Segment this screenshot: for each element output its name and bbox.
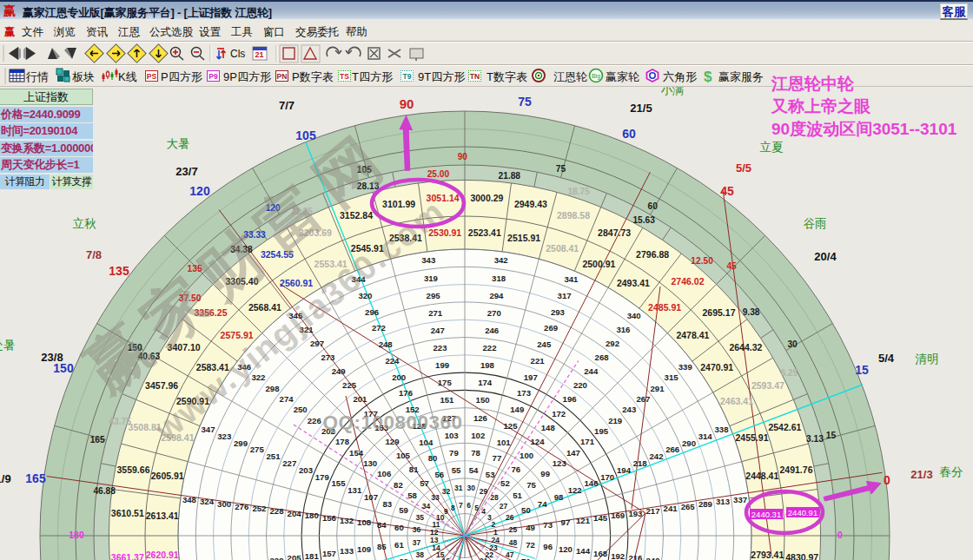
svg-text:36: 36 <box>413 525 421 534</box>
svg-text:处暑: 处暑 <box>0 339 16 352</box>
svg-text:120: 120 <box>189 184 210 198</box>
svg-text:229: 229 <box>269 556 283 560</box>
svg-text:144: 144 <box>576 546 591 556</box>
svg-text:296: 296 <box>365 307 379 317</box>
svg-text:101: 101 <box>497 438 512 447</box>
svg-text:220: 220 <box>573 380 587 390</box>
svg-text:2593.47: 2593.47 <box>751 380 784 391</box>
svg-text:2796.88: 2796.88 <box>636 249 669 260</box>
svg-text:316: 316 <box>616 325 630 334</box>
svg-text:75: 75 <box>518 95 532 109</box>
svg-text:241: 241 <box>664 504 678 513</box>
svg-text:34: 34 <box>422 502 431 511</box>
svg-text:2793.41: 2793.41 <box>751 550 784 560</box>
svg-text:250: 250 <box>294 405 308 414</box>
svg-text:243: 243 <box>622 405 636 414</box>
svg-text:105: 105 <box>396 451 411 460</box>
svg-text:221: 221 <box>531 356 546 366</box>
svg-text:春分: 春分 <box>940 465 963 478</box>
svg-text:102: 102 <box>471 431 485 440</box>
svg-text:193: 193 <box>628 509 642 518</box>
svg-text:180: 180 <box>305 511 319 520</box>
svg-text:2949.43: 2949.43 <box>514 199 547 209</box>
svg-text:289: 289 <box>698 499 712 509</box>
svg-text:176: 176 <box>399 388 413 398</box>
svg-text:立夏: 立夏 <box>760 141 784 154</box>
svg-text:131: 131 <box>348 485 362 495</box>
svg-text:6: 6 <box>467 501 471 510</box>
svg-text:清明: 清明 <box>916 352 939 366</box>
svg-text:79: 79 <box>449 448 459 458</box>
svg-text:21: 21 <box>255 50 264 59</box>
svg-text:7/8: 7/8 <box>86 248 102 261</box>
svg-text:90: 90 <box>400 96 414 111</box>
svg-text:219: 219 <box>608 416 622 425</box>
svg-text:251: 251 <box>266 451 281 461</box>
svg-text:148: 148 <box>541 423 556 432</box>
svg-text:108: 108 <box>357 517 372 527</box>
svg-text:15.63: 15.63 <box>632 215 655 225</box>
svg-text:5/4: 5/4 <box>878 352 895 365</box>
svg-text:242: 242 <box>649 451 663 461</box>
svg-text:173: 173 <box>517 388 531 398</box>
svg-text:107: 107 <box>364 492 378 502</box>
svg-text:122: 122 <box>568 485 582 495</box>
svg-text:195: 195 <box>594 426 609 436</box>
svg-text:319: 319 <box>424 273 438 283</box>
svg-text:21/5: 21/5 <box>630 102 652 115</box>
svg-text:192: 192 <box>611 551 625 560</box>
svg-text:31: 31 <box>454 484 463 492</box>
svg-text:174: 174 <box>478 378 493 387</box>
svg-text:75: 75 <box>556 164 566 174</box>
svg-text:181: 181 <box>305 551 320 560</box>
svg-text:291: 291 <box>650 384 665 393</box>
svg-text:2746.02: 2746.02 <box>672 276 705 287</box>
svg-text:347: 347 <box>201 425 215 434</box>
svg-text:179: 179 <box>315 472 329 482</box>
svg-text:199: 199 <box>435 360 449 370</box>
svg-text:58: 58 <box>407 491 417 500</box>
svg-text:226: 226 <box>308 416 321 425</box>
svg-text:295: 295 <box>427 291 441 300</box>
svg-text:337: 337 <box>733 495 747 504</box>
svg-text:292: 292 <box>606 339 619 348</box>
svg-text:293: 293 <box>551 307 565 317</box>
svg-text:299: 299 <box>234 438 248 448</box>
svg-text:15: 15 <box>826 431 837 440</box>
svg-text:45: 45 <box>720 184 734 198</box>
svg-text:谷雨: 谷雨 <box>804 217 827 230</box>
svg-text:30: 30 <box>787 339 798 349</box>
svg-text:271: 271 <box>428 308 443 318</box>
svg-text:0: 0 <box>837 530 843 540</box>
svg-text:2613.41: 2613.41 <box>146 511 179 521</box>
svg-text:83: 83 <box>382 499 392 509</box>
svg-text:97: 97 <box>561 517 571 527</box>
svg-text:297: 297 <box>310 339 324 348</box>
svg-text:73: 73 <box>543 520 553 530</box>
svg-text:33: 33 <box>431 493 440 502</box>
svg-text:12.50: 12.50 <box>691 256 713 266</box>
svg-text:62: 62 <box>399 557 408 560</box>
svg-text:313: 313 <box>716 497 730 506</box>
svg-text:2493.41: 2493.41 <box>617 278 650 288</box>
svg-text:2463.41: 2463.41 <box>720 396 753 406</box>
svg-text:59: 59 <box>399 505 408 515</box>
svg-text:339: 339 <box>678 362 692 372</box>
svg-text:323: 323 <box>217 432 231 441</box>
svg-text:49: 49 <box>526 523 535 532</box>
svg-text:222: 222 <box>482 343 496 352</box>
svg-text:109: 109 <box>357 544 371 554</box>
svg-text:2620.91: 2620.91 <box>146 550 179 560</box>
svg-text:32: 32 <box>442 487 451 496</box>
svg-text:150: 150 <box>476 395 490 405</box>
svg-text:43.75: 43.75 <box>109 417 131 426</box>
svg-text:145: 145 <box>593 513 608 523</box>
svg-text:60: 60 <box>648 201 659 211</box>
svg-text:227: 227 <box>282 458 296 468</box>
svg-text:104: 104 <box>419 438 434 447</box>
svg-text:2485.91: 2485.91 <box>648 302 681 313</box>
svg-text:246: 246 <box>485 326 499 335</box>
svg-text:38: 38 <box>416 550 425 559</box>
svg-text:314: 314 <box>698 432 713 441</box>
svg-text:85: 85 <box>377 542 387 551</box>
